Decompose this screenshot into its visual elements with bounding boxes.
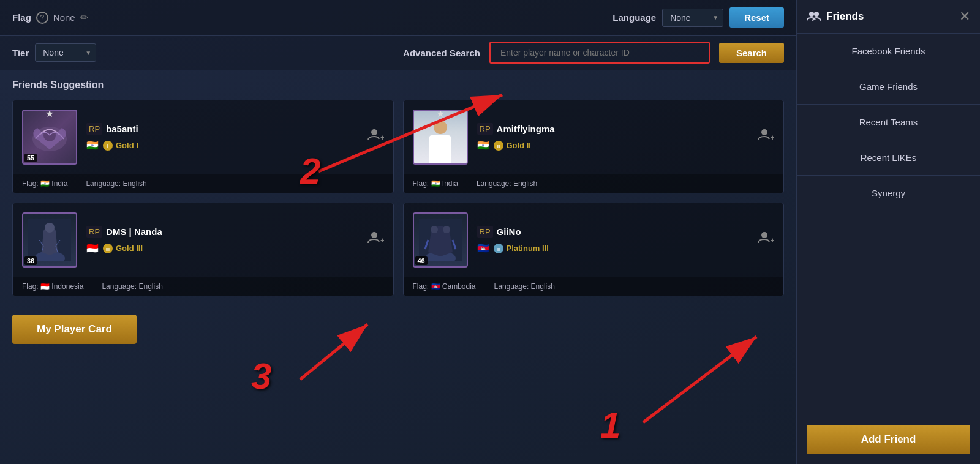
rank-badge-icon-2: RP [86,226,102,238]
rank-badge-icon-1: RP [477,123,493,135]
avatar-level-2: 36 [24,256,37,265]
svg-text:+: + [771,133,774,142]
player-info-0: RP ba5anti 🇮🇳 I Gold I [86,123,384,151]
rank-badge-icon-0: RP [86,123,102,135]
player-card-top-0: ★ 55 [13,100,393,174]
top-bar: Flag ? None ✏ Language None English Rese… [0,0,796,36]
nav-item-synergy[interactable]: Synergy [797,176,980,211]
second-bar: Tier None Bronze Silver Gold Platinum Ad… [0,36,796,70]
svg-point-4 [371,129,377,135]
svg-text:III: III [497,247,500,252]
section-title: Friends Suggestion [12,80,784,91]
wing-svg-0 [28,116,71,159]
player-name-row-3: RP GiiNo [477,226,775,238]
tier-label: Tier [12,48,29,58]
main-panel: Flag ? None ✏ Language None English Rese… [0,0,796,464]
player-flag-2: 🇮🇩 [86,242,99,254]
edit-icon[interactable]: ✏ [80,12,88,23]
add-friend-btn-3[interactable]: + [757,230,774,250]
player-name-0: ba5anti [106,124,138,134]
dark-figure-svg-2 [28,219,71,261]
nav-item-recent-likes[interactable]: Recent LIKEs [797,140,980,176]
player-rank-0: I Gold I [102,140,138,151]
svg-point-8 [761,129,767,135]
card-lang-detail-0: Language: English [86,179,146,188]
svg-text:+: + [771,236,774,245]
nav-item-recent-teams[interactable]: Recent Teams [797,105,980,140]
nav-item-game[interactable]: Game Friends [797,69,980,105]
player-card-bottom-0: Flag: 🇮🇳 India Language: English [13,174,393,193]
player-rank-1: II Gold II [493,140,531,151]
card-flag-detail-3: Flag: 🇰🇭 Cambodia [413,282,476,291]
player-name-row-0: RP ba5anti [86,123,384,135]
add-friend-main-button[interactable]: Add Friend [807,425,970,454]
friends-title-text: Friends [826,10,864,23]
flag-value: None [53,12,75,23]
person-body-1 [429,135,451,163]
friends-suggestion: Friends Suggestion ★ [0,70,796,305]
player-card-top-2: 36 RP DMS | Nanda 🇮🇩 III [13,203,393,277]
player-rank-row-0: 🇮🇳 I Gold I [86,140,384,151]
player-name-2: DMS | Nanda [106,226,162,237]
help-icon[interactable]: ? [36,12,48,24]
player-card-2: 36 RP DMS | Nanda 🇮🇩 III [12,203,394,296]
player-rank-row-3: 🇰🇭 III Platinum III [477,242,775,254]
language-dropdown[interactable]: None English [662,9,723,27]
player-flag-3: 🇰🇭 [477,242,489,254]
svg-point-23 [761,232,767,238]
rank-icon-svg-2: III [102,243,113,254]
right-panel: Friends ✕ Facebook Friends Game Friends … [796,0,980,464]
player-card-0: ★ 55 [12,100,394,193]
rank-icon-svg-3: III [493,243,504,254]
player-info-2: RP DMS | Nanda 🇮🇩 III Gold III [86,226,384,254]
my-player-card-button[interactable]: My Player Card [12,315,137,344]
player-rank-2: III Gold III [102,243,143,254]
player-name-3: GiiNo [497,226,521,237]
player-name-row-1: RP Amitflyingma [477,123,775,135]
player-info-3: RP GiiNo 🇰🇭 III Platinum III [477,226,775,254]
reset-button[interactable]: Reset [729,7,784,28]
nav-item-facebook[interactable]: Facebook Friends [797,34,980,69]
add-friend-btn-1[interactable]: + [757,127,774,148]
dark-figure-svg-3 [419,219,462,261]
player-card-bottom-1: Flag: 🇮🇳 India Language: English [404,174,784,193]
tier-dropdown[interactable]: None Bronze Silver Gold Platinum [35,43,96,62]
player-flag-0: 🇮🇳 [86,140,99,151]
flag-label: Flag [12,12,31,23]
add-friend-btn-0[interactable]: + [367,127,384,148]
search-input[interactable] [489,42,710,64]
search-button[interactable]: Search [719,43,784,63]
flag-section: Flag ? None ✏ [12,12,88,24]
player-name-1: Amitflyingma [497,124,555,134]
player-card-top-3: 46 RP GiiNo 🇰🇭 III [404,203,784,277]
avatar-level-0: 55 [24,154,37,162]
add-friend-btn-2[interactable]: + [367,230,384,250]
person-figure-1 [425,121,456,163]
svg-point-19 [431,226,438,233]
bottom-bar: My Player Card [0,305,796,353]
card-lang-detail-1: Language: English [477,179,537,188]
rank-icon-svg-0: I [102,140,113,151]
player-card-3: 46 RP GiiNo 🇰🇭 III [403,203,785,296]
player-card-bottom-2: Flag: 🇮🇩 Indonesia Language: English [13,277,393,296]
cards-grid: ★ 55 [12,100,784,296]
language-label: Language [612,12,656,23]
svg-text:+: + [380,133,384,142]
add-friend-icon-2: + [367,230,384,247]
language-dropdown-wrapper: None English [662,9,723,27]
advanced-search-label: Advanced Search [403,48,480,58]
add-friend-icon-0: + [367,127,384,144]
player-card-bottom-3: Flag: 🇰🇭 Cambodia Language: English [404,277,784,296]
card-flag-detail-2: Flag: 🇮🇩 Indonesia [22,282,83,291]
svg-text:+: + [380,236,384,245]
avatar-star-1: ★ [436,110,445,119]
close-button[interactable]: ✕ [959,9,970,24]
search-input-wrapper [489,42,710,64]
player-rank-row-2: 🇮🇩 III Gold III [86,242,384,254]
player-avatar-0: ★ 55 [22,110,77,165]
right-panel-header: Friends ✕ [797,0,980,34]
card-lang-detail-3: Language: English [494,282,555,291]
player-flag-1: 🇮🇳 [477,140,489,151]
avatar-star-0: ★ [45,110,54,119]
player-rank-3: III Platinum III [493,243,549,254]
